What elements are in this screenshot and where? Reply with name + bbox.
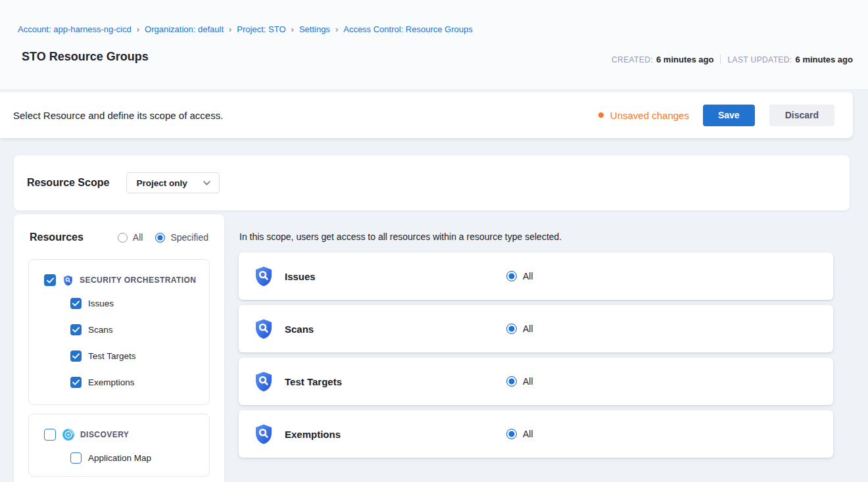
unsaved-dot-icon (598, 112, 604, 118)
radio-specified-label: Specified (170, 232, 208, 243)
resource-card-issues: IssuesAll (239, 253, 833, 300)
access-option-test-targets: All (506, 376, 533, 387)
checkbox-discovery[interactable] (44, 429, 56, 441)
resources-title: Resources (30, 231, 105, 243)
resources-panel: Resources All Specified SECURITY ORCHEST… (14, 214, 224, 482)
resource-tree: SECURITY ORCHESTRATIONIssuesScansTest Ta… (14, 259, 224, 477)
breadcrumb-separator: › (335, 24, 338, 34)
access-label: All (523, 271, 533, 281)
resource-row-issues: Issues (29, 290, 209, 316)
group-row-security-orchestration: SECURITY ORCHESTRATION (29, 270, 209, 290)
resource-card-list: IssuesAllScansAllTest TargetsAllExemptio… (239, 253, 833, 458)
breadcrumb-item-settings[interactable]: Settings (299, 24, 330, 34)
radio-all-exemptions[interactable] (506, 429, 517, 439)
chevron-down-icon (187, 181, 210, 185)
unsaved-changes-indicator: Unsaved changes (598, 110, 689, 121)
resource-row-application-map: Application Map (29, 445, 209, 471)
breadcrumb-item-account-app-harness-ng-cicd[interactable]: Account: app-harness-ng-cicd (18, 24, 132, 34)
checkbox-exemptions[interactable] (70, 377, 82, 388)
action-toolbar: Select Resource and define its scope of … (0, 92, 853, 138)
access-option-issues: All (506, 271, 533, 281)
resource-card-scans: ScansAll (239, 305, 833, 352)
scope-detail-panel: In this scope, users get access to all r… (239, 231, 833, 463)
checkbox-application-map[interactable] (70, 452, 82, 464)
breadcrumb: Account: app-harness-ng-cicd›Organizatio… (18, 24, 473, 34)
access-option-scans: All (506, 324, 533, 334)
radio-unselected-icon (118, 233, 128, 243)
breadcrumb-item-access-control-resource-groups[interactable]: Access Control: Resource Groups (343, 24, 473, 34)
checkbox-test-targets[interactable] (70, 350, 82, 362)
resource-group-card-discovery: DISCOVERYApplication Map (28, 414, 210, 477)
radio-all-issues[interactable] (506, 271, 517, 281)
shield-search-icon (253, 318, 274, 339)
radio-all-test-targets[interactable] (506, 376, 517, 387)
resource-card-title: Issues (285, 271, 316, 282)
shield-search-icon (62, 275, 74, 286)
resource-group-card-security-orchestration: SECURITY ORCHESTRATIONIssuesScansTest Ta… (28, 259, 210, 405)
meta-divider (720, 55, 721, 64)
resource-scope-card: Resource Scope Project only (14, 155, 850, 210)
resource-row-test-targets: Test Targets (29, 343, 209, 369)
group-row-discovery: DISCOVERY (29, 425, 209, 445)
breadcrumb-separator: › (229, 24, 231, 34)
shield-search-icon (253, 423, 274, 445)
breadcrumb-item-organization-default[interactable]: Organization: default (145, 24, 224, 34)
access-label: All (523, 429, 533, 439)
resource-card-title: Test Targets (285, 376, 342, 387)
checkbox-scans[interactable] (70, 324, 82, 335)
resources-all-radio[interactable]: All (118, 232, 143, 243)
discard-button[interactable]: Discard (769, 105, 834, 126)
last-updated-value: 6 minutes ago (796, 55, 853, 64)
resource-scope-dropdown[interactable]: Project only (126, 172, 219, 193)
checkbox-security-orchestration[interactable] (44, 274, 56, 286)
created-label: CREATED: (612, 55, 653, 64)
resource-label: Scans (88, 325, 113, 335)
scope-instruction: Select Resource and define its scope of … (13, 110, 223, 121)
access-option-exemptions: All (506, 429, 533, 439)
shield-search-icon (253, 371, 274, 392)
radio-all-scans[interactable] (506, 324, 517, 334)
resource-card-title: Scans (285, 324, 314, 335)
resource-label: Issues (88, 299, 114, 308)
scope-description: In this scope, users get access to all r… (239, 231, 833, 242)
checkbox-issues[interactable] (70, 298, 82, 309)
resource-row-exemptions: Exemptions (29, 369, 209, 395)
created-value: 6 minutes ago (656, 55, 713, 64)
breadcrumb-separator: › (137, 24, 139, 34)
last-updated-label: LAST UPDATED: (727, 55, 792, 64)
meta-info: CREATED: 6 minutes ago LAST UPDATED: 6 m… (612, 55, 853, 64)
shield-search-icon (253, 266, 274, 287)
radio-selected-icon (155, 233, 165, 243)
radio-all-label: All (133, 232, 143, 243)
group-label: DISCOVERY (80, 430, 129, 439)
resource-label: Application Map (88, 453, 151, 463)
resource-label: Exemptions (88, 377, 135, 387)
resources-panel-header: Resources All Specified (14, 214, 224, 243)
resource-card-exemptions: ExemptionsAll (239, 410, 833, 458)
toolbar-actions: Unsaved changes Save Discard (598, 105, 834, 126)
resource-row-scans: Scans (29, 316, 209, 343)
page-title: STO Resource Groups (22, 50, 149, 64)
resource-label: Test Targets (88, 351, 136, 361)
resource-card-test-targets: Test TargetsAll (239, 358, 833, 405)
radar-icon (62, 429, 74, 441)
unsaved-label: Unsaved changes (610, 110, 689, 121)
page-header: Account: app-harness-ng-cicd›Organizatio… (0, 0, 868, 90)
access-label: All (523, 376, 533, 387)
resources-specified-radio[interactable]: Specified (155, 232, 208, 243)
access-label: All (523, 324, 533, 334)
resource-scope-value: Project only (136, 178, 187, 188)
breadcrumb-separator: › (291, 24, 294, 34)
resource-scope-label: Resource Scope (27, 177, 109, 189)
group-label: SECURITY ORCHESTRATION (80, 276, 196, 285)
breadcrumb-item-project-sto[interactable]: Project: STO (237, 24, 285, 34)
save-button[interactable]: Save (703, 105, 755, 126)
resource-card-title: Exemptions (285, 429, 341, 440)
